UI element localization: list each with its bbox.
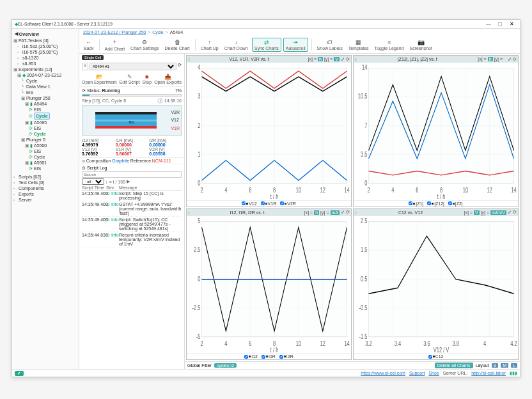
tree-tester[interactable]: ▫s8-1320	[17, 55, 77, 61]
chart-down-button[interactable]: ↓Chart Down	[223, 38, 250, 51]
tree-eis[interactable]: ⟳EIS	[29, 148, 77, 154]
tree-item[interactable]: └Data View 1	[21, 84, 77, 90]
templates-button[interactable]: ▦Templates	[347, 38, 371, 51]
autoscroll-button[interactable]: ⇥Autoscroll	[283, 38, 308, 52]
shop-link[interactable]: Shop	[428, 371, 439, 375]
y-unit[interactable]: mA	[331, 210, 340, 215]
chart-up-button[interactable]: ↑Chart Up	[199, 38, 221, 51]
global-filter-badge[interactable]: cycles>2	[214, 363, 237, 368]
refresh-icon[interactable]: ⟳	[178, 63, 182, 70]
back-button[interactable]: ←Back	[82, 38, 96, 51]
legend-toggle[interactable]	[262, 355, 265, 359]
tree-pat-testers[interactable]: ▣PAT-Testers [4]	[13, 38, 77, 43]
tree-tester[interactable]: ▫s8-953	[17, 61, 77, 66]
tree-cycle-selected[interactable]: ⟳Cycle	[29, 113, 77, 120]
delete-chart-button[interactable]: 🗑Delete Chart	[162, 38, 191, 51]
layout-l-button[interactable]: L	[511, 363, 517, 368]
legend-toggle[interactable]	[244, 355, 248, 359]
legend-toggle[interactable]	[242, 201, 246, 205]
chart-refresh-icon[interactable]: ⟳	[513, 210, 517, 215]
tree-cycle[interactable]: ⟳Cycle	[29, 131, 77, 137]
x-unit[interactable]: h	[488, 57, 493, 61]
y-unit[interactable]: V	[334, 57, 340, 61]
tree-testcells[interactable]: ▫Test Cells [0]	[13, 180, 77, 185]
legend-toggle[interactable]	[279, 355, 283, 359]
crumb-link[interactable]: Cycle	[152, 30, 164, 35]
move-chart-icon[interactable]: ↕	[355, 57, 357, 61]
website-link[interactable]: https://www.el-cel.com	[361, 371, 405, 375]
show-labels-button[interactable]: 🏷Show Labels	[315, 38, 345, 51]
tree-tester[interactable]: ▫i16-532 (25.00°C)	[17, 43, 77, 49]
chart-settings-button[interactable]: ⚙Chart Settings	[129, 38, 160, 51]
chart-plot[interactable]: 246810121403.5710.514t / h	[354, 63, 518, 200]
screenshot-button[interactable]: 📷Screenshot	[408, 38, 434, 51]
move-chart-icon[interactable]: ↕	[355, 210, 357, 215]
x-unit[interactable]: V	[474, 210, 480, 215]
tree-item[interactable]: └Cycle	[21, 78, 77, 84]
crumb-link[interactable]: 2024-07-23-E212 / Plunger 250	[83, 30, 146, 35]
tree-cycle[interactable]: ⟳Cycle	[29, 154, 77, 160]
legend-toggle[interactable]	[261, 201, 265, 205]
add-chart-button[interactable]: ＋Add Chart	[103, 37, 127, 52]
toggle-legend-button[interactable]: ≡Toggle Legend	[373, 38, 406, 51]
x-unit[interactable]: h	[318, 57, 323, 61]
delete-all-charts-button[interactable]: Delete all Charts	[435, 363, 473, 368]
x-unit[interactable]: h	[314, 210, 319, 215]
overview-header[interactable]: ◀ Overview	[12, 30, 79, 38]
tree-plunger[interactable]: ▣Plunger 250	[21, 95, 77, 101]
tree-item[interactable]: └EIS	[21, 90, 77, 95]
move-chart-icon[interactable]: ↕	[188, 57, 191, 61]
chart-refresh-icon[interactable]: ⟳	[346, 57, 350, 62]
tree-tester[interactable]: ▫i16-575 (25.00°C)	[17, 49, 77, 55]
chart-plot[interactable]: 2468101214-5-2.502.55t / h	[187, 216, 351, 354]
channel-select[interactable]: A5494 #1	[90, 63, 176, 70]
tree-plunger0[interactable]: ▣Plunger 0	[21, 137, 77, 143]
chart-autoscale-icon[interactable]: ⤢	[341, 210, 345, 215]
minimize-button[interactable]: —	[483, 21, 494, 27]
move-chart-icon[interactable]: ↕	[188, 210, 191, 215]
server-url-link[interactable]: http://el-cek.labor	[471, 371, 506, 375]
close-button[interactable]: ✕	[506, 21, 517, 27]
tree-a5494[interactable]: ▣▮A5494	[25, 101, 77, 107]
log-search-input[interactable]	[82, 171, 182, 178]
tree-server[interactable]: ▫Server	[13, 197, 77, 203]
single-cell-tab[interactable]: Single Cell	[82, 55, 104, 60]
tree-components[interactable]: ▫Components	[13, 185, 77, 191]
chart-plot[interactable]: 246810121401234t / h	[187, 63, 351, 200]
chart-refresh-icon[interactable]: ⟳	[513, 57, 517, 62]
chart-autoscale-icon[interactable]: ⤢	[341, 57, 345, 62]
log-filter-select[interactable]: - all -	[82, 178, 104, 185]
menu-icon[interactable]: ≡	[82, 63, 88, 70]
support-link[interactable]: Support	[409, 371, 425, 375]
log-row[interactable]: 14:35:44.636⊙ InfoRecord criteria increa…	[82, 232, 182, 247]
chart-autoscale-icon[interactable]: ⤢	[508, 210, 512, 215]
log-row[interactable]: 14:35:49.400⊙ InfoScript: SwitchTo(15): …	[82, 217, 182, 232]
log-row[interactable]: 14:35:49.400⊙ InfoGSTAT +4.99999mA 'I"vs…	[82, 201, 182, 217]
sync-charts-button[interactable]: ⇄Sync Charts	[252, 38, 281, 52]
legend-toggle[interactable]	[409, 201, 412, 205]
tree-a5501[interactable]: ▣▮A5501	[25, 160, 77, 166]
edit-script-button[interactable]: ✎Edit Script	[120, 74, 140, 84]
tree-exports[interactable]: ▫Exports	[13, 191, 77, 197]
legend-toggle[interactable]	[280, 201, 284, 205]
tree-exp-root[interactable]: ▣◆2024-07-23-E212	[17, 72, 77, 78]
open-experiment-button[interactable]: 📂Open Experiment	[82, 74, 116, 84]
y-unit[interactable]: mAh/V	[490, 210, 506, 215]
tree-eis[interactable]: ⟳EIS	[29, 107, 77, 113]
tree-a5495[interactable]: ▣▮A5495	[25, 120, 77, 125]
composition-row[interactable]: ⊙ Composition Graphite Reference NCM-111	[79, 157, 184, 164]
layout-m-button[interactable]: M	[501, 363, 508, 368]
legend-toggle[interactable]	[448, 201, 452, 205]
open-exports-button[interactable]: 📤Open Exports	[154, 74, 182, 84]
stop-button[interactable]: ■Stop	[143, 74, 152, 84]
chart-plot[interactable]: 3.23.43.63.844.2-1.5-0.50.51.52.5V12 / V	[354, 216, 518, 354]
tree-eis[interactable]: ⟳EIS	[29, 125, 77, 131]
tree-a5500[interactable]: ▣▮A5500	[25, 143, 77, 148]
tree-eis[interactable]: ⟳EIS	[29, 166, 77, 171]
maximize-button[interactable]: ▢	[494, 21, 506, 27]
chart-autoscale-icon[interactable]: ⤢	[508, 57, 512, 62]
next-page-icon[interactable]: ▶	[127, 179, 130, 184]
legend-toggle[interactable]	[428, 355, 432, 359]
chart-refresh-icon[interactable]: ⟳	[346, 210, 350, 215]
tree-scripts[interactable]: ▫Scripts [62]	[13, 174, 77, 180]
